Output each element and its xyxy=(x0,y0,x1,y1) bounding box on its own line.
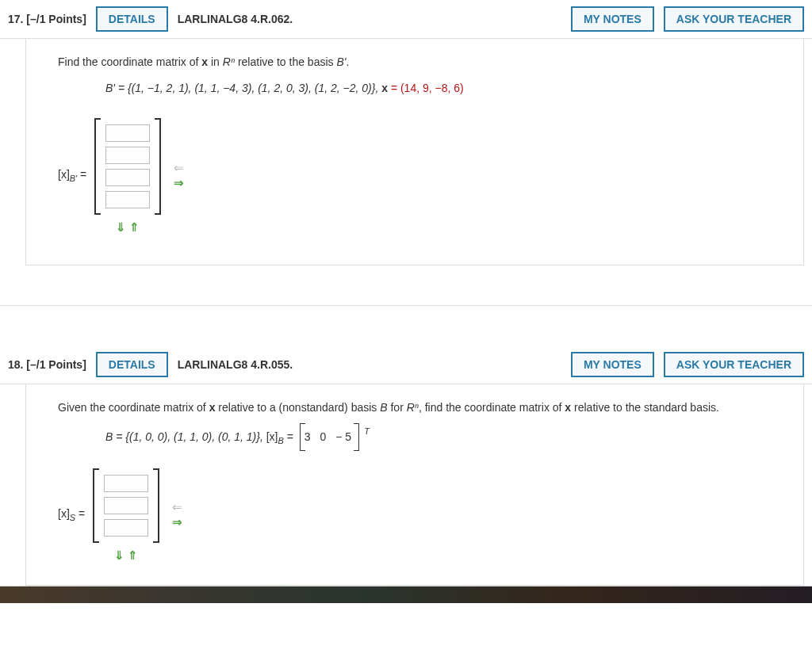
arrow-up-icon[interactable]: ⇑ xyxy=(128,549,138,561)
arrow-up-icon[interactable]: ⇑ xyxy=(129,221,140,233)
row-arrows: ⇓ ⇑ xyxy=(114,549,138,561)
answer-label: [x]S = xyxy=(58,507,85,522)
question-reference: LARLINALG8 4.R.055. xyxy=(178,358,293,371)
prompt-text: Given the coordinate matrix of x relativ… xyxy=(58,399,779,416)
question-header: 17. [–/1 Points] DETAILS LARLINALG8 4.R.… xyxy=(0,0,812,39)
bracket-left xyxy=(93,468,99,543)
question-header: 18. [–/1 Points] DETAILS LARLINALG8 4.R.… xyxy=(0,346,812,384)
matrix-cell-3[interactable] xyxy=(104,519,148,537)
bracket-right xyxy=(155,118,161,215)
row-arrows: ⇓ ⇑ xyxy=(116,221,140,233)
xb-vector: 3 0 −5 xyxy=(300,426,359,449)
details-button[interactable]: DETAILS xyxy=(96,352,168,377)
footer-decor xyxy=(807,586,812,603)
answer-matrix xyxy=(94,118,161,215)
taskbar-strip xyxy=(0,586,812,603)
prompt-text: Find the coordinate matrix of x in Rⁿ re… xyxy=(58,53,779,71)
answer-matrix xyxy=(93,468,159,543)
column-arrows: ⇐ ⇒ xyxy=(172,501,182,528)
ask-teacher-button[interactable]: ASK YOUR TEACHER xyxy=(664,352,804,377)
matrix-wrap: ⇓ ⇑ xyxy=(94,118,161,233)
arrow-left-icon[interactable]: ⇐ xyxy=(172,501,182,513)
matrix-cell-2[interactable] xyxy=(104,497,148,514)
question-body: Given the coordinate matrix of x relativ… xyxy=(25,384,804,586)
matrix-cell-4[interactable] xyxy=(105,191,150,208)
answer-row: [x]S = ⇓ ⇑ ⇐ ⇒ xyxy=(58,468,779,561)
answer-row: [x]B' = ⇓ ⇑ xyxy=(58,118,779,233)
question-body: Find the coordinate matrix of x in Rⁿ re… xyxy=(25,39,804,265)
my-notes-button[interactable]: MY NOTES xyxy=(571,352,654,377)
matrix-cell-3[interactable] xyxy=(105,169,150,186)
arrow-down-icon[interactable]: ⇓ xyxy=(114,549,124,561)
arrow-right-icon[interactable]: ⇒ xyxy=(172,516,182,528)
question-reference: LARLINALG8 4.R.062. xyxy=(178,13,293,25)
my-notes-button[interactable]: MY NOTES xyxy=(571,6,654,32)
arrow-left-icon[interactable]: ⇐ xyxy=(174,162,184,174)
answer-label: [x]B' = xyxy=(58,168,86,183)
column-arrows: ⇐ ⇒ xyxy=(174,162,184,189)
question-number: 18. [–/1 Points] xyxy=(8,358,86,371)
bracket-left xyxy=(94,118,101,215)
matrix-wrap: ⇓ ⇑ xyxy=(93,468,159,561)
matrix-cells xyxy=(99,468,153,543)
question-17: 17. [–/1 Points] DETAILS LARLINALG8 4.R.… xyxy=(0,0,812,306)
matrix-cell-1[interactable] xyxy=(105,124,150,142)
matrix-cell-1[interactable] xyxy=(104,475,148,492)
basis-definition: B = {(1, 0, 0), (1, 1, 0), (0, 1, 1)}, [… xyxy=(105,424,779,449)
arrow-down-icon[interactable]: ⇓ xyxy=(116,221,126,233)
basis-definition: B' = {(1, −1, 2, 1), (1, 1, −4, 3), (1, … xyxy=(105,78,779,98)
bracket-right xyxy=(153,468,159,543)
ask-teacher-button[interactable]: ASK YOUR TEACHER xyxy=(664,6,804,32)
question-number: 17. [–/1 Points] xyxy=(8,13,86,25)
matrix-cells xyxy=(101,118,155,215)
arrow-right-icon[interactable]: ⇒ xyxy=(174,177,184,189)
matrix-cell-2[interactable] xyxy=(105,147,150,164)
details-button[interactable]: DETAILS xyxy=(96,6,168,32)
question-18: 18. [–/1 Points] DETAILS LARLINALG8 4.R.… xyxy=(0,346,812,586)
